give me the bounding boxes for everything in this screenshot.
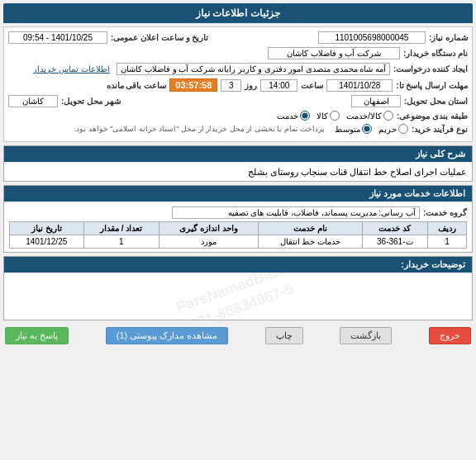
description-content: عملیات اجرای اصلاح خط انتقال قنات سنجاب … [4,164,472,181]
product-type-label-1: کالا/خدمت [346,111,382,121]
seller-type-label: نوع فرآیند خرید: [412,125,468,134]
col-code: کد خدمت [362,222,428,235]
col-date: تاریخ نیاز [10,222,84,235]
page-title: جزئیات اطلاعات نیاز [3,3,473,23]
remaining-value: 03:57:58 [169,78,217,92]
bottom-actions: خروج بازگشت چاپ مشاهده مدارک پیوستی (1) … [3,324,473,348]
view-docs-button[interactable]: مشاهده مدارک پیوستی (1) [106,327,229,344]
city-label: شهر محل تحویل: [61,97,121,106]
date-label: تاریخ و ساعت اعلان عمومی: [111,33,208,42]
seller-type-group: حریم متوسط [335,124,408,134]
col-unit: واحد اندازه گیری [159,222,259,235]
back-button[interactable]: بازگشت [340,327,392,344]
product-type-label: طبقه بندی موضوعی: [397,111,468,121]
product-type-option-1[interactable]: کالا/خدمت [346,111,393,121]
product-type-label-3: خدمت [277,111,298,121]
seller-type-radio-2[interactable] [362,124,372,134]
seller-type-radio-1[interactable] [398,124,408,134]
send-date-value: 1401/10/28 [326,79,393,92]
origin-value: آمه شاه محمدی متصدی امور دفتری و کاربر ر… [117,63,390,75]
watermark: ParsNamadBazar021-88834967-5 [174,274,302,320]
share-number-label: شماره نیاز: [429,33,468,42]
city-value: کاشان [8,95,58,107]
date-value: 1401/10/25 - 09:54 [8,31,107,44]
services-table: ردیف کد خدمت نام خدمت واحد اندازه گیری ت… [9,221,467,249]
col-name: نام خدمت [259,222,362,235]
notes-header: توضیحات خریدار: [4,257,472,273]
seller-type-option-2[interactable]: متوسط [335,124,372,134]
product-type-group: کالا/خدمت کالا خدمت [277,111,393,121]
send-time-label: ساعت [301,81,323,90]
service-group-label: گروه خدمت: [423,208,467,217]
product-type-option-3[interactable]: خدمت [277,111,310,121]
send-day-label: روز [245,81,257,90]
product-type-option-2[interactable]: کالا [317,111,340,121]
product-type-radio-2[interactable] [330,111,340,121]
product-type-label-2: کالا [317,111,328,121]
exit-button[interactable]: خروج [429,327,471,344]
remaining-label: ساعت باقی مانده [107,81,167,90]
col-count: تعداد / مقدار [83,222,159,235]
print-button[interactable]: چاپ [265,327,303,344]
seller-type-option-1[interactable]: حریم [378,124,408,134]
seller-type-label-1: حریم [378,125,397,134]
contact-link[interactable]: اطلاعات تماس خریدار [33,64,110,74]
province-label: استان محل تحویل: [404,97,468,106]
service-info-header: اطلاعات خدمات مورد نیاز [4,186,472,202]
product-type-radio-1[interactable] [383,111,393,121]
description-section-header: شرح کلی نیاز [4,146,472,162]
table-row: 1ت-361-36خدمات خط انتقالمورد11401/12/25 [10,235,467,249]
buyer-name-label: نام دستگاه خریدار: [403,49,468,58]
product-type-radio-3[interactable] [300,111,310,121]
service-group-value: آب رسانی: مدیریت پسماند، فاضلاب، قابلیت … [172,206,420,219]
reply-button[interactable]: پاسخ به نیاز [5,327,69,344]
send-date-label: مهلت ارسال پاسخ تا: [396,81,468,90]
send-time-value: 14:00 [260,79,298,92]
province-value: اصفهان [351,95,401,107]
share-number-value: 1101005698000045 [318,31,426,44]
col-row: ردیف [428,222,467,235]
send-day-value: 3 [221,79,241,92]
seller-type-label-2: متوسط [335,125,360,134]
seller-type-note: پرداخت تمام یا بخشی از محل خریدار از محل… [74,125,325,133]
buyer-name-value: شرکت آب و فاضلاب کاشان [268,47,400,59]
description-value: عملیات اجرای اصلاح خط انتقال قنات سنجاب … [248,167,467,177]
origin-label: ایجاد کننده درخواست: [393,64,468,74]
